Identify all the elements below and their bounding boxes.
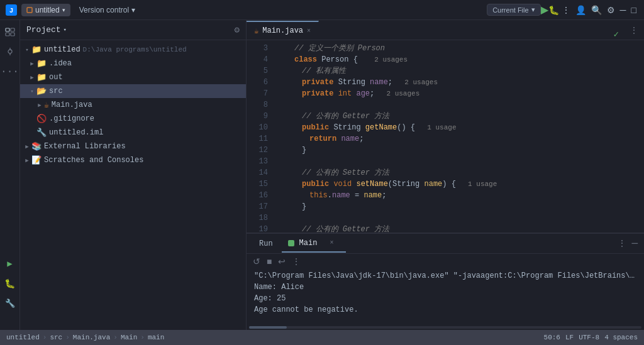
tree-arrow-root: ▾ [23, 45, 31, 54]
wrap-output-button[interactable]: ↩ [277, 255, 287, 268]
status-class[interactable]: Main [121, 334, 137, 341]
tree-arrow-src: ▾ [28, 87, 36, 96]
bottom-close-button[interactable]: ─ [631, 238, 638, 249]
editor-area: ☕ Main.java × ✓ ⋮ 3 4 5 6 7 8 9 10 11 12… [247, 20, 644, 330]
run-config-arrow: ▾ [531, 6, 535, 14]
editor-tabs-bar: ☕ Main.java × ✓ ⋮ [247, 20, 644, 40]
tree-label-src: src [49, 87, 63, 96]
status-breadcrumb: untitled › src › Main.java › Main › main [6, 334, 164, 341]
svg-point-7 [8, 50, 12, 53]
project-dropdown-button[interactable]: untitled ▾ [21, 4, 70, 16]
more-toolbar-button[interactable]: ⋮ [291, 255, 302, 268]
console-line-error: Age cannot be negative. [254, 304, 636, 315]
project-panel-arrow[interactable]: ▾ [64, 26, 67, 33]
tree-item-gitignore[interactable]: 🚫 .gitignore [20, 112, 246, 126]
run-button[interactable]: ▶ [541, 4, 548, 16]
bottom-tab-main-label: Main [299, 239, 318, 248]
bottom-panel: Run Main × ⋮ ─ ↺ ■ ↩ ⋮ "C:\Program Files… [247, 233, 644, 330]
console-line-cmd: "C:\Program Files\Java\jdk-17\bin\java.e… [254, 270, 636, 282]
tree-label-out: out [49, 73, 63, 82]
version-control-label: Version control [79, 6, 129, 14]
tab-close-icon[interactable]: × [307, 28, 311, 35]
tab-label-mainjava: Main.java [262, 26, 303, 35]
tree-label-root: untitled [44, 45, 80, 54]
tree-arrow-mainjava: ▶ [35, 101, 44, 109]
project-arrow: ▾ [62, 7, 65, 13]
tree-item-out[interactable]: ▶ 📁 out [20, 70, 246, 84]
status-method[interactable]: main [148, 334, 164, 341]
tree-item-extlibs[interactable]: ▶ 📚 External Libraries [20, 140, 246, 153]
side-icon-debug[interactable]: 🐛 [4, 277, 16, 290]
more-options-button[interactable]: ⋮ [559, 4, 573, 16]
svg-rect-2 [27, 8, 32, 13]
settings-button[interactable]: ⚙ [604, 4, 618, 16]
tree-label-extlibs: External Libraries [44, 142, 126, 151]
maximize-button[interactable]: □ [629, 4, 639, 16]
side-icon-tools[interactable]: 🔧 [4, 297, 16, 310]
status-position[interactable]: 50:6 [544, 334, 560, 341]
tree-label-scratches: Scratches and Consoles [44, 156, 143, 165]
editor-check-icon: ✓ [614, 29, 619, 40]
status-bar: untitled › src › Main.java › Main › main… [0, 330, 644, 345]
version-control-arrow: ▾ [131, 6, 135, 14]
project-panel-title: Project [26, 25, 61, 35]
search-everywhere-button[interactable]: 🔍 [589, 4, 604, 16]
tree-label-mainjava: Main.java [52, 101, 92, 109]
tree-path-root: D:\Java programs\untitled [83, 46, 187, 53]
rerun-button[interactable]: ↺ [252, 255, 262, 268]
tree-label-iml: untitled.iml [49, 128, 103, 137]
editor-tab-mainjava[interactable]: ☕ Main.java × [247, 21, 319, 40]
status-src[interactable]: src [50, 334, 62, 341]
svg-rect-5 [6, 33, 9, 36]
status-encoding[interactable]: UTF-8 [579, 334, 599, 341]
tree-arrow-extlibs: ▶ [23, 142, 31, 151]
tree-label-idea: .idea [49, 59, 72, 68]
tree-item-idea[interactable]: ▶ 📁 .idea [20, 57, 246, 70]
svg-rect-3 [6, 28, 9, 31]
status-file[interactable]: Main.java [73, 334, 110, 341]
tree-arrow-out: ▶ [28, 73, 36, 82]
tree-label-gitignore: .gitignore [49, 114, 94, 123]
bottom-tab-run[interactable]: Run [253, 235, 279, 253]
profile-button[interactable]: 👤 [573, 4, 589, 16]
bottom-tab-main-close[interactable]: × [323, 234, 340, 252]
project-tree: ▾ 📁 untitled D:\Java programs\untitled ▶… [20, 40, 246, 330]
main-area: ··· ▶ 🐛 🔧 Project ▾ ⚙ ▾ 📁 untitled D:\Ja… [0, 20, 644, 330]
debug-button[interactable]: 🐛 [548, 5, 559, 15]
code-content[interactable]: // 定义一个类别 Person class Person { 2 usages… [274, 40, 644, 233]
project-panel-header: Project ▾ ⚙ [20, 20, 246, 40]
line-numbers: 3 4 5 6 7 8 9 10 11 12 13 14 15 16 17 18… [247, 40, 274, 233]
side-icon-bar: ··· ▶ 🐛 🔧 [0, 20, 20, 330]
code-editor[interactable]: 3 4 5 6 7 8 9 10 11 12 13 14 15 16 17 18… [247, 40, 644, 233]
run-config-label: Current File [492, 6, 528, 14]
tree-item-scratches[interactable]: ▶ 📝 Scratches and Consoles [20, 153, 246, 167]
stop-button[interactable]: ■ [265, 255, 273, 268]
side-icon-more[interactable]: ··· [4, 65, 16, 78]
tree-item-iml[interactable]: 🔧 untitled.iml [20, 126, 246, 140]
tree-arrow-iml [28, 128, 36, 137]
status-indent[interactable]: 4 spaces [604, 334, 638, 341]
version-control-button[interactable]: Version control ▾ [75, 4, 139, 16]
project-panel: Project ▾ ⚙ ▾ 📁 untitled D:\Java program… [20, 20, 247, 330]
run-config-button[interactable]: Current File ▾ [487, 4, 540, 16]
status-lf[interactable]: LF [565, 334, 574, 341]
tree-item-root[interactable]: ▾ 📁 untitled D:\Java programs\untitled [20, 43, 246, 57]
side-icon-run[interactable]: ▶ [4, 257, 16, 270]
title-bar: J untitled ▾ Version control ▾ Current F… [0, 0, 644, 20]
tree-item-mainjava[interactable]: ▶ ☕ Main.java [20, 98, 246, 112]
project-settings-icon[interactable]: ⚙ [235, 25, 240, 35]
console-scrollbar[interactable] [247, 325, 644, 330]
status-project[interactable]: untitled [6, 334, 40, 341]
side-icon-commits[interactable] [4, 45, 16, 58]
tree-arrow-gitignore [28, 114, 36, 123]
app-icon: J [5, 4, 18, 16]
svg-rect-6 [11, 33, 14, 36]
bottom-more-button[interactable]: ⋮ [618, 238, 626, 249]
svg-rect-4 [11, 28, 14, 31]
tree-item-src[interactable]: ▾ 📂 src [20, 84, 246, 98]
console-line-age: Age: 25 [254, 293, 636, 304]
bottom-tab-main[interactable]: Main × [282, 235, 347, 253]
minimize-button[interactable]: ─ [618, 4, 629, 16]
editor-more-button[interactable]: ⋮ [624, 21, 644, 40]
side-icon-project[interactable] [4, 25, 16, 38]
